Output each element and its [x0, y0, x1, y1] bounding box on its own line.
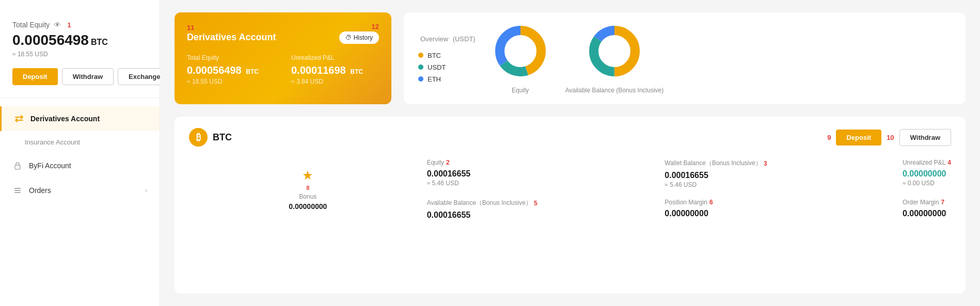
btc-dot [418, 53, 423, 58]
usd-approx: ≈ 18.55 USD [12, 51, 147, 58]
btc-deposit-button[interactable]: Deposit [836, 130, 881, 146]
btc-section: ₿ BTC 9 Deposit 10 Withdraw Equity 2 0.0… [175, 117, 966, 294]
svg-point-11 [600, 37, 629, 66]
btc-title: BTC [213, 132, 232, 143]
badge-9: 9 [827, 134, 831, 141]
total-equity-label: Total Equity 👁 1 [12, 21, 147, 29]
available-balance-chart-label: Available Balance (Bonus Inclusive) [565, 87, 664, 94]
badge-1: 1 [67, 21, 71, 29]
derivatives-card: 11 Derivatives Account 12 ⏱ History Tota… [175, 12, 391, 104]
equity-donut [492, 23, 549, 79]
btc-header: ₿ BTC 9 Deposit 10 Withdraw [189, 128, 951, 147]
card-title: Derivatives Account [187, 32, 276, 43]
badge-10: 10 [887, 134, 894, 141]
metric-wallet-balance: Wallet Balance（Bonus Inclusive） 3 0.0001… [665, 159, 903, 188]
available-balance-chart: Available Balance (Bonus Inclusive) [565, 23, 664, 94]
card-numbers: Total Equity 0.00056498 BTC ≈ 18.55 USD … [187, 54, 379, 85]
btc-withdraw-button[interactable]: Withdraw [899, 129, 951, 146]
star-icon: ★ [302, 168, 313, 183]
metric-unrealized-pnl: Unrealized P&L 4 0.00000000 ≈ 0.00 USD [903, 159, 951, 188]
deposit-button[interactable]: Deposit [12, 68, 58, 85]
metric-equity: Equity 2 0.00016655 ≈ 5.46 USD [427, 159, 665, 188]
total-equity-text: Total Equity [12, 21, 50, 29]
svg-rect-2 [14, 190, 21, 191]
metric-position-margin: Position Margin 6 0.00000000 [665, 199, 903, 220]
history-btn-group: 12 ⏱ History [339, 23, 379, 44]
byfi-label: ByFi Account [29, 162, 71, 170]
badge-8: 8 [306, 185, 309, 191]
sidebar-item-orders[interactable]: Orders › [0, 178, 160, 203]
top-row: 11 Derivatives Account 12 ⏱ History Tota… [175, 12, 966, 104]
legend: BTC USDT ETH [418, 52, 476, 83]
card-total-equity: Total Equity 0.00056498 BTC ≈ 18.55 USD [187, 54, 275, 85]
metrics-grid: Equity 2 0.00016655 ≈ 5.46 USD Wallet Ba… [189, 159, 951, 220]
legend-eth: ETH [418, 75, 476, 83]
bonus-value: 0.00000000 [289, 202, 327, 211]
withdraw-button[interactable]: Withdraw [62, 68, 114, 85]
arrows-icon [14, 114, 24, 124]
sidebar-item-insurance[interactable]: Insurance Account [0, 131, 160, 153]
svg-rect-3 [14, 192, 21, 193]
metric-order-margin: Order Margin 7 0.00000000 [903, 199, 951, 220]
bonus-col: ★ 8 Bonus 0.00000000 [189, 159, 427, 220]
clock-icon: ⏱ [345, 34, 352, 41]
btc-icon: ₿ [189, 128, 208, 147]
overview-section: Overview (USDT) BTC USDT ETH [404, 12, 966, 104]
orders-label: Orders [29, 186, 51, 195]
svg-point-7 [506, 37, 535, 66]
legend-btc: BTC [418, 52, 476, 59]
history-button[interactable]: ⏱ History [339, 31, 379, 44]
card-badge-11: 11 [187, 24, 194, 31]
sidebar: Total Equity 👁 1 0.00056498BTC ≈ 18.55 U… [0, 0, 160, 306]
lock-icon [12, 160, 23, 171]
card-unrealized-pnl: Unrealized P&L 0.00011698 BTC ≈ 3.84 USD [291, 54, 379, 85]
total-equity-value: 0.00056498BTC [12, 32, 147, 49]
bonus-label: Bonus [299, 193, 317, 200]
sidebar-nav: Derivatives Account Insurance Account By… [0, 98, 160, 294]
action-buttons: Deposit Withdraw Exchange [12, 68, 147, 85]
equity-chart: Equity [492, 23, 549, 94]
sidebar-item-derivatives[interactable]: Derivatives Account [0, 106, 160, 131]
card-header: 11 Derivatives Account 12 ⏱ History [187, 23, 379, 44]
btc-actions: 9 Deposit 10 Withdraw [827, 129, 951, 146]
usdt-dot [418, 65, 423, 70]
overview-title: Overview (USDT) [418, 34, 476, 43]
metric-available-balance: Available Balance（Bonus Inclusive） 5 0.0… [427, 199, 665, 220]
card-title-group: 11 Derivatives Account [187, 23, 276, 43]
legend-usdt: USDT [418, 63, 476, 71]
insurance-label: Insurance Account [25, 138, 80, 146]
available-balance-donut [586, 23, 643, 79]
main-content: 11 Derivatives Account 12 ⏱ History Tota… [160, 0, 980, 306]
svg-rect-1 [14, 188, 21, 189]
eye-icon[interactable]: 👁 [54, 21, 61, 29]
equity-chart-label: Equity [512, 87, 529, 94]
total-equity-section: Total Equity 👁 1 0.00056498BTC ≈ 18.55 U… [0, 12, 160, 98]
eth-dot [418, 76, 423, 82]
card-badge-12: 12 [339, 23, 379, 30]
list-icon [12, 185, 23, 196]
overview-header-col: Overview (USDT) BTC USDT ETH [418, 34, 476, 83]
orders-arrow: › [145, 187, 147, 194]
derivatives-label: Derivatives Account [30, 115, 100, 123]
svg-rect-0 [15, 165, 20, 169]
sidebar-item-byfi[interactable]: ByFi Account [0, 153, 160, 178]
